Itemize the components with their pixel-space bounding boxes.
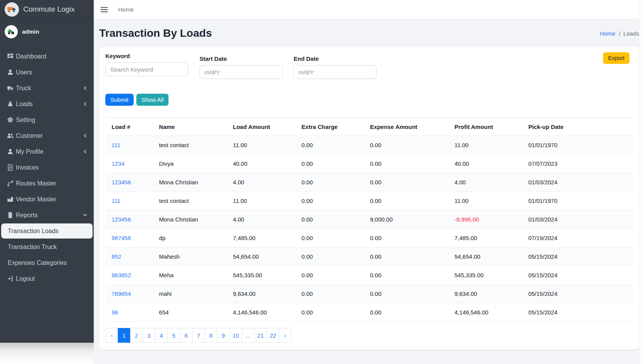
pagination-page-7[interactable]: 7: [192, 328, 205, 343]
grid-icon: [7, 53, 14, 60]
industry-icon: [7, 196, 14, 203]
pagination-page-10[interactable]: 10: [229, 328, 242, 343]
sidebar-item-routes-master[interactable]: Routes Master: [0, 175, 94, 191]
export-button[interactable]: Export: [603, 52, 629, 64]
cell-expense-amount: 0.00: [364, 136, 448, 155]
cell-name: Meha: [153, 266, 227, 285]
submit-button[interactable]: Submit: [105, 94, 134, 106]
end-date-group: End Date: [294, 55, 377, 79]
sidebar-item-logout[interactable]: Logout: [0, 271, 94, 287]
pagination-page-5[interactable]: 5: [167, 328, 180, 343]
load-number-link[interactable]: 987456: [112, 235, 131, 241]
pagination-page-22[interactable]: 22: [266, 328, 279, 343]
pagination-page-21[interactable]: 21: [254, 328, 267, 343]
cell-load-amount: 11.00: [227, 192, 295, 210]
cell-name: dp: [153, 229, 227, 247]
load-number-link[interactable]: 111: [112, 197, 120, 204]
pagination-prev[interactable]: ‹: [105, 328, 118, 343]
cell-profit-amount: -8,996.00: [448, 210, 522, 229]
sidebar-item-dashboard[interactable]: Dashboard: [0, 48, 94, 64]
show-all-button[interactable]: Show All: [136, 94, 169, 106]
cell-pickup-date: 05/15/2024: [522, 303, 633, 322]
breadcrumb-home-link[interactable]: Home: [600, 30, 615, 37]
sidebar-item-users[interactable]: Users: [0, 64, 94, 80]
brand[interactable]: Commute Logix: [0, 0, 94, 19]
pagination: ‹ 1 2 3 4 5 6 7 8 9 10 ... 21 22 ›: [105, 328, 633, 343]
app-window: Commute Logix admin Dashboard Users Truc…: [0, 0, 643, 364]
sidebar-item-transaction-truck[interactable]: Transaction Truck: [0, 239, 94, 255]
cell-name: Divya: [153, 155, 227, 173]
load-number-link[interactable]: 123456: [112, 216, 131, 223]
pagination-page-2[interactable]: 2: [130, 328, 143, 343]
menu-icon[interactable]: [100, 7, 108, 13]
col-expense-amount: Expense Amount: [364, 118, 448, 136]
load-number-link[interactable]: 963852: [112, 272, 131, 278]
cell-expense-amount: 0.00: [364, 303, 448, 322]
user-panel[interactable]: admin: [0, 19, 94, 45]
page-title: Transaction By Loads: [99, 27, 212, 39]
table-row: 987456 dp 7,485.00 0.00 0.00 7,485.00 07…: [105, 229, 633, 247]
load-number-link[interactable]: 123456: [112, 179, 131, 185]
load-number-link[interactable]: 1234: [112, 160, 124, 167]
chevron-down-icon: [83, 213, 88, 218]
loads-table: Load # Name Load Amount Extra Charge Exp…: [105, 117, 633, 322]
start-date-input[interactable]: [199, 65, 282, 79]
cell-profit-amount: 4.00: [448, 173, 522, 192]
pagination-page-6[interactable]: 6: [180, 328, 193, 343]
scrollbar[interactable]: [639, 0, 643, 364]
cell-expense-amount: 0.00: [364, 192, 448, 210]
sidebar-item-customer[interactable]: Customer: [0, 128, 94, 144]
cell-expense-amount: 0.00: [364, 173, 448, 192]
sidebar-item-expenses-categories[interactable]: Expenses Categories: [0, 255, 94, 271]
sidebar-item-vendor-master[interactable]: Vendor Master: [0, 191, 94, 207]
sidebar-item-invoices[interactable]: Invoices: [0, 160, 94, 175]
load-number-link[interactable]: 96: [112, 309, 118, 316]
pagination-page-3[interactable]: 3: [143, 328, 155, 343]
cell-extra-charge: 0.00: [295, 155, 364, 173]
table-row: 111 test contact 11.00 0.00 0.00 11.00 0…: [105, 192, 633, 210]
pagination-ellipsis: ...: [242, 328, 254, 343]
cell-load-amount: 4.00: [227, 210, 295, 229]
sidebar-item-reports[interactable]: Reports: [0, 207, 94, 223]
cell-load-amount: 11.00: [227, 136, 295, 155]
cell-extra-charge: 0.00: [295, 192, 364, 210]
cell-profit-amount: 7,485.00: [448, 229, 522, 247]
cell-name: test contact: [153, 136, 227, 155]
pagination-page-4[interactable]: 4: [155, 328, 168, 343]
pagination-page-9[interactable]: 9: [217, 328, 230, 343]
sidebar-item-setting[interactable]: Setting: [0, 112, 94, 128]
sidebar-item-transaction-loads[interactable]: Transaction Loads: [1, 223, 93, 239]
end-date-input[interactable]: [294, 65, 377, 79]
cell-extra-charge: 0.00: [295, 303, 364, 322]
sidebar-item-truck[interactable]: Truck: [0, 80, 94, 96]
sidebar-item-my-profile[interactable]: My Profile: [0, 144, 94, 160]
user-icon: [7, 69, 14, 76]
table-row: 852 Mahesh 54,654.00 0.00 0.00 54,654.00…: [105, 247, 633, 266]
cell-load-amount: 7,485.00: [227, 229, 295, 247]
load-number-link[interactable]: 852: [112, 253, 121, 260]
pagination-page-1[interactable]: 1: [118, 328, 131, 343]
cell-name: test contact: [153, 192, 227, 210]
pagination-next[interactable]: ›: [279, 328, 292, 343]
cell-extra-charge: 0.00: [295, 266, 364, 285]
pagination-page-8[interactable]: 8: [205, 328, 217, 343]
table-row: 963852 Meha 545,335.00 0.00 0.00 545,335…: [105, 266, 633, 285]
col-load-number: Load #: [105, 118, 153, 136]
gear-icon: [7, 117, 14, 123]
cell-extra-charge: 0.00: [295, 210, 364, 229]
table-row: 96 654 4,146,546.00 0.00 0.00 4,146,546.…: [105, 303, 633, 322]
cell-extra-charge: 0.00: [295, 247, 364, 266]
keyword-input[interactable]: [105, 62, 188, 76]
cell-pickup-date: 07/19/2024: [522, 229, 633, 247]
logout-icon: [7, 275, 14, 282]
topbar-home-link[interactable]: Home: [118, 6, 134, 13]
chevron-left-icon: [83, 101, 88, 106]
cell-load-amount: 545,335.00: [227, 266, 295, 285]
cell-profit-amount: 11.00: [448, 192, 522, 210]
brand-name: Commute Logix: [23, 5, 75, 14]
sidebar-item-loads[interactable]: Loads: [0, 96, 94, 112]
load-number-link[interactable]: 789654: [112, 290, 131, 297]
sidebar-bottom-shadow: [0, 343, 94, 364]
chevron-left-icon: [83, 149, 88, 154]
load-number-link[interactable]: 111: [112, 142, 120, 148]
